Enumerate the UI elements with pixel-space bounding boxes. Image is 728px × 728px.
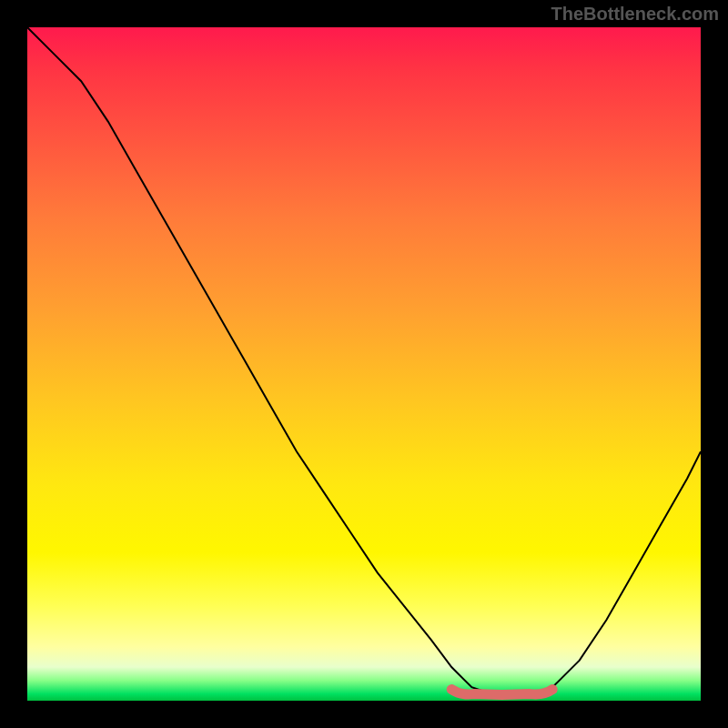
chart-plot-area [27,27,701,701]
chart-svg [27,27,701,701]
bottleneck-curve-line [27,27,701,694]
watermark-text: TheBottleneck.com [551,4,719,25]
optimal-region-marker [451,690,552,695]
